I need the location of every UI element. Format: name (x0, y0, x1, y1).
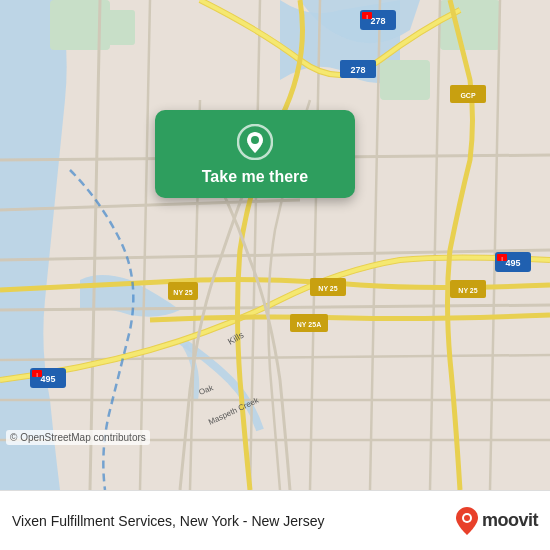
svg-text:NY 25: NY 25 (318, 285, 337, 292)
svg-rect-3 (380, 60, 430, 100)
svg-text:495: 495 (40, 374, 55, 384)
svg-text:278: 278 (370, 16, 385, 26)
location-info: Vixen Fulfillment Services, New York - N… (12, 512, 456, 530)
location-name: Vixen Fulfillment Services, New York - N… (12, 513, 325, 529)
svg-text:278: 278 (350, 65, 365, 75)
take-me-there-button[interactable]: Take me there (155, 110, 355, 198)
location-pin-icon (237, 124, 273, 160)
take-me-there-label: Take me there (202, 168, 308, 186)
moovit-pin-icon (456, 507, 478, 535)
svg-point-50 (464, 515, 470, 521)
svg-rect-4 (440, 0, 500, 50)
svg-text:GCP: GCP (460, 92, 476, 99)
svg-text:NY 25A: NY 25A (297, 321, 321, 328)
bottom-bar: Vixen Fulfillment Services, New York - N… (0, 490, 550, 550)
svg-point-48 (251, 136, 259, 144)
map-background: 278 I 495 I 495 I NY 25 NY 25 NY 25 NY 2… (0, 0, 550, 490)
moovit-brand-text: moovit (482, 510, 538, 531)
map-attribution: © OpenStreetMap contributors (6, 430, 150, 445)
svg-text:NY 25: NY 25 (173, 289, 192, 296)
moovit-logo: moovit (456, 507, 538, 535)
map-container: 278 I 495 I 495 I NY 25 NY 25 NY 25 NY 2… (0, 0, 550, 490)
svg-text:495: 495 (505, 258, 520, 268)
svg-text:NY 25: NY 25 (458, 287, 477, 294)
